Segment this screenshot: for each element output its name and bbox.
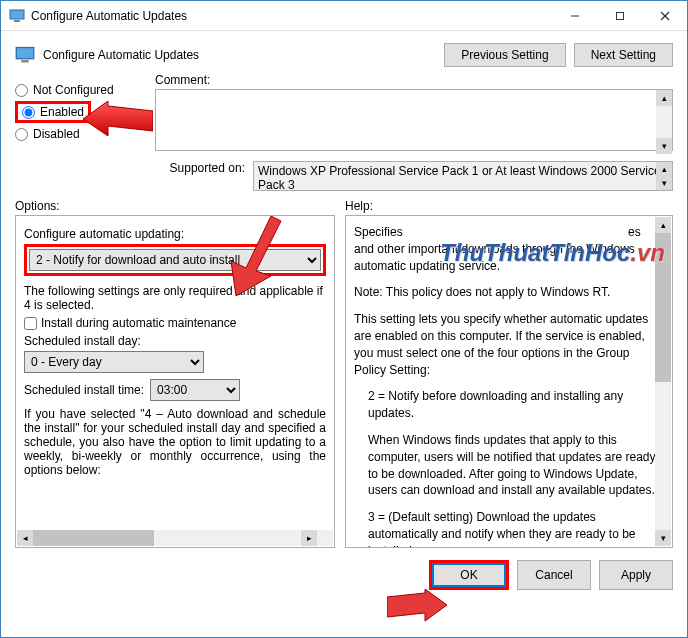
header-row: Configure Automatic Updates Previous Set…: [1, 31, 687, 73]
annotation-ok-highlight: OK: [429, 560, 509, 590]
supported-scrollbar[interactable]: ▴▾: [656, 162, 672, 190]
option-selected-note: If you have selected "4 – Auto download …: [24, 407, 326, 477]
main-row: Options: Configure automatic updating: 2…: [1, 199, 687, 554]
annotation-select-highlight: 2 - Notify for download and auto install: [24, 244, 326, 276]
help-label: Help:: [345, 199, 673, 213]
help-text-p1: Specifies xxxxxxxxxxxxxxxxxxxxxxxxxxxxxx…: [354, 224, 664, 274]
comment-textarea[interactable]: [155, 89, 673, 151]
radio-disabled[interactable]: Disabled: [15, 127, 155, 141]
help-vscrollbar[interactable]: ▴▾: [655, 217, 671, 546]
help-text-p5: When Windows finds updates that apply to…: [368, 432, 664, 499]
options-label: Options:: [15, 199, 335, 213]
scheduled-install-day-select[interactable]: 0 - Every day: [24, 351, 204, 373]
state-column: Not Configured Enabled Disabled: [15, 73, 155, 191]
ok-button[interactable]: OK: [432, 563, 506, 587]
annotation-enabled-highlight: Enabled: [15, 101, 91, 123]
required-note-text: The following settings are only required…: [24, 284, 326, 312]
help-text-p4: 2 = Notify before downloading and instal…: [368, 388, 664, 422]
titlebar: Configure Automatic Updates: [1, 1, 687, 31]
gpedit-dialog-window: Configure Automatic Updates Configure Au…: [0, 0, 688, 638]
top-section: Not Configured Enabled Disabled Comment:…: [1, 73, 687, 199]
scheduled-install-time-select[interactable]: 03:00: [150, 379, 240, 401]
scheduled-install-time-label: Scheduled install time:: [24, 383, 144, 397]
titlebar-text: Configure Automatic Updates: [31, 9, 552, 23]
help-wrap: Help: Specifies xxxxxxxxxxxxxxxxxxxxxxxx…: [345, 199, 673, 548]
cancel-button[interactable]: Cancel: [517, 560, 591, 590]
comment-label: Comment:: [155, 73, 673, 87]
window-controls: [552, 1, 687, 31]
options-hscrollbar[interactable]: ◂▸: [17, 530, 317, 546]
radio-not-configured[interactable]: Not Configured: [15, 83, 155, 97]
options-pane: Configure automatic updating: 2 - Notify…: [15, 215, 335, 548]
previous-setting-button[interactable]: Previous Setting: [444, 43, 565, 67]
help-text-p3: This setting lets you specify whether au…: [354, 311, 664, 378]
configure-automatic-updating-select[interactable]: 2 - Notify for download and auto install: [29, 249, 321, 271]
svg-rect-6: [16, 48, 34, 59]
supported-on-label: Supported on:: [155, 161, 245, 175]
radio-enabled-input[interactable]: [22, 106, 35, 119]
policy-setting-icon: [15, 45, 35, 65]
install-during-maintenance-checkbox[interactable]: Install during automatic maintenance: [24, 316, 326, 330]
help-pane: Specifies xxxxxxxxxxxxxxxxxxxxxxxxxxxxxx…: [345, 215, 673, 548]
supported-on-text: Windows XP Professional Service Pack 1 o…: [253, 161, 673, 191]
install-during-maintenance-input[interactable]: [24, 317, 37, 330]
apply-button[interactable]: Apply: [599, 560, 673, 590]
supported-row: Supported on: Windows XP Professional Se…: [155, 161, 673, 191]
policy-setting-icon: [9, 8, 25, 24]
radio-not-configured-input[interactable]: [15, 84, 28, 97]
help-text-p2: Note: This policy does not apply to Wind…: [354, 284, 664, 301]
options-wrap: Options: Configure automatic updating: 2…: [15, 199, 335, 548]
policy-title: Configure Automatic Updates: [43, 48, 436, 62]
svg-rect-3: [616, 12, 623, 19]
minimize-button[interactable]: [552, 1, 597, 31]
svg-rect-7: [21, 60, 29, 63]
configure-automatic-updating-label: Configure automatic updating:: [24, 227, 326, 241]
next-setting-button[interactable]: Next Setting: [574, 43, 673, 67]
svg-rect-1: [14, 20, 20, 22]
dialog-button-row: OK Cancel Apply: [1, 554, 687, 596]
svg-rect-0: [10, 10, 24, 19]
help-text-p6: 3 = (Default setting) Download the updat…: [368, 509, 664, 548]
comment-scrollbar[interactable]: ▴▾: [656, 90, 672, 154]
close-button[interactable]: [642, 1, 687, 31]
maximize-button[interactable]: [597, 1, 642, 31]
scheduled-install-time-row: Scheduled install time: 03:00: [24, 379, 326, 401]
scroll-corner: [317, 530, 333, 546]
comment-column: Comment: ▴▾ Supported on: Windows XP Pro…: [155, 73, 673, 191]
radio-enabled[interactable]: Enabled: [22, 105, 84, 119]
scheduled-install-day-label: Scheduled install day:: [24, 334, 326, 348]
radio-disabled-input[interactable]: [15, 128, 28, 141]
